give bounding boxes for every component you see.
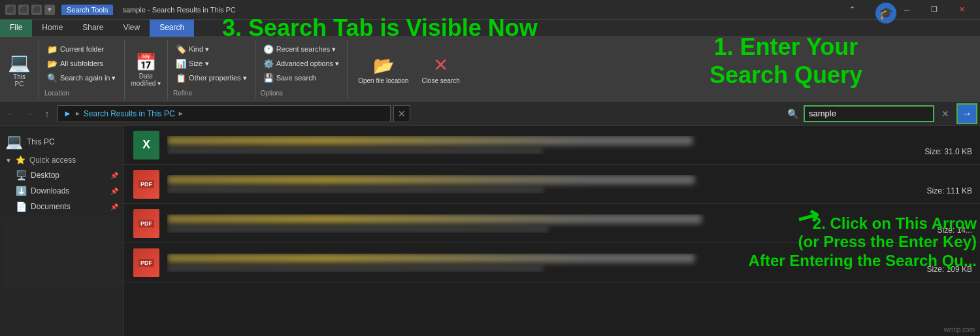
recent-searches-icon: 🕐 [263,44,274,54]
advanced-options-label: Advanced options ▾ [276,59,340,68]
downloads-label: Downloads [31,186,69,195]
ribbon-tabs: File Home Share View Search [0,20,980,37]
search-again-label: Search again in ▾ [60,74,116,82]
open-file-location-btn[interactable]: 📂 Open file location [353,52,414,87]
ribbon-group-refine: 🏷️ Kind ▾ 📊 Size ▾ 📋 Other properties ▾ … [168,40,255,99]
date-modified-label: Datemodified ▾ [131,73,161,87]
size-value-3: 14... [957,226,972,235]
size-value-2: 111 KB [947,186,972,195]
folder-icon: 📁 [47,44,57,54]
current-folder-btn[interactable]: 📁 Current folder [44,42,106,56]
other-properties-btn[interactable]: 📋 Other properties ▾ [173,71,250,84]
downloads-icon: ⬇️ [16,186,27,196]
desktop-pin-icon: 📌 [110,172,118,179]
address-chevron-1: ► [74,110,81,117]
size-btn[interactable]: 📊 Size ▾ [173,57,211,70]
this-pc-icon: 💻 [8,52,31,73]
this-pc-sidebar-icon: 💻 [5,133,23,150]
tab-view[interactable]: View [113,20,150,37]
search-input[interactable] [804,105,934,122]
table-row[interactable]: PDF Size: 111 KB [124,165,980,204]
size-label-3: Size: [938,226,955,235]
title-bar: ⬛ ⬛ ⬛ ▼ Search Tools sample - Search Res… [0,0,980,20]
sidebar-item-downloads[interactable]: ⬇️ Downloads 📌 [0,183,123,199]
save-search-label: Save search [276,74,316,82]
up-btn[interactable]: ↑ [39,106,55,122]
size-value-1: 31.0 KB [944,147,972,156]
address-folder-icon: ► [63,109,72,118]
back-btn[interactable]: ← [3,106,18,122]
size-label-1: Size: [924,147,942,156]
date-modified-group: 📅 Datemodified ▾ [125,40,169,99]
all-subfolders-btn[interactable]: 📂 All subfolders [44,57,106,70]
tb-icon-3: ⬛ [31,5,42,15]
pdf-icon-2: PDF [133,209,159,238]
recent-searches-btn[interactable]: 🕐 Recent searches ▾ [261,42,339,56]
open-close-group: 📂 Open file location ✕ Close search [348,40,470,99]
table-row[interactable]: Size: 31.0 KB [124,126,980,165]
close-search-btn[interactable]: ✕ Close search [416,52,465,87]
save-search-btn[interactable]: 💾 Save search [261,71,319,84]
size-icon: 📊 [176,58,186,69]
sidebar-item-documents[interactable]: 📄 Documents 📌 [0,199,123,214]
file-name-blurred-3 [167,214,702,224]
file-path-blurred-1 [167,148,543,154]
tab-home[interactable]: Home [32,20,73,37]
open-file-location-icon: 📂 [373,55,394,76]
pdf-label-3: PDF [139,259,154,267]
address-bar-clear-btn[interactable]: ✕ [393,105,410,122]
window-control-icons: ⬛ ⬛ ⬛ ▼ [5,5,55,15]
search-again-btn[interactable]: 🔍 Search again in ▾ [44,71,119,84]
search-go-btn[interactable]: → [956,103,977,124]
file-icon-pdf-2: PDF [132,209,161,238]
date-modified-icon: 📅 [135,52,156,73]
kind-icon: 🏷️ [176,44,186,54]
chevron-up-btn[interactable]: ⌃ [839,3,865,16]
location-group-label: Location [44,90,69,97]
main-area: 💻 This PC ▼ ⭐ Quick access 🖥️ Desktop 📌 … [0,126,980,336]
file-icon-pdf-3: PDF [132,248,161,277]
address-path: Search Results in This PC [84,109,175,118]
tab-file[interactable]: File [0,20,32,37]
star-icon: ⭐ [16,156,25,165]
tab-share[interactable]: Share [73,20,113,37]
search-again-icon: 🔍 [47,73,57,83]
expand-chevron: ▼ [5,157,12,164]
quick-access-toolbar: ▼ [44,5,55,15]
size-label-2: Size: [927,186,945,195]
restore-btn[interactable]: ❐ [921,3,947,16]
close-btn[interactable]: ✕ [949,3,975,16]
sidebar-this-pc[interactable]: 💻 This PC [0,128,123,153]
search-area: 🔍 ✕ → [784,103,977,124]
advanced-options-btn[interactable]: ⚙️ Advanced options ▾ [261,57,342,70]
forward-btn[interactable]: → [21,106,37,122]
sidebar-item-desktop[interactable]: 🖥️ Desktop 📌 [0,167,123,183]
search-input-clear-btn[interactable]: ✕ [937,105,954,122]
other-props-icon: 📋 [176,73,186,83]
file-list: Size: 31.0 KB PDF Size: 111 KB [124,126,980,336]
kind-btn[interactable]: 🏷️ Kind ▾ [173,42,212,56]
address-bar-row: ← → ↑ ► ► Search Results in This PC ► ✕ … [0,102,980,126]
close-search-icon: ✕ [431,55,451,76]
sidebar-blurred-items [0,214,123,293]
recent-searches-label: Recent searches ▾ [276,45,336,54]
this-pc-label: ThisPC [13,73,25,88]
file-size-1: Size: 31.0 KB [924,147,972,156]
watermark: wintip.com [944,326,975,333]
ribbon-content: 💻 ThisPC 📁 Current folder 📂 All subfolde… [0,37,980,102]
file-info-1 [167,136,918,154]
subfolders-icon: 📂 [47,58,57,69]
file-info-2 [167,175,921,193]
mascot-avatar: 🎓 [875,3,902,22]
tab-search[interactable]: Search [150,20,194,37]
address-bar[interactable]: ► ► Search Results in This PC ► [57,105,391,122]
pdf-label-2: PDF [139,220,154,227]
this-pc-sidebar-label: This PC [27,137,55,146]
window-title: sample - Search Results in This PC [122,6,235,14]
table-row[interactable]: PDF Size: 109 KB [124,243,980,282]
tb-icon-2: ⬛ [18,5,29,15]
documents-label: Documents [31,202,71,211]
sidebar-quick-access-header[interactable]: ▼ ⭐ Quick access [0,153,123,167]
open-file-location-label: Open file location [358,77,408,84]
table-row[interactable]: PDF Size: 14... [124,204,980,243]
